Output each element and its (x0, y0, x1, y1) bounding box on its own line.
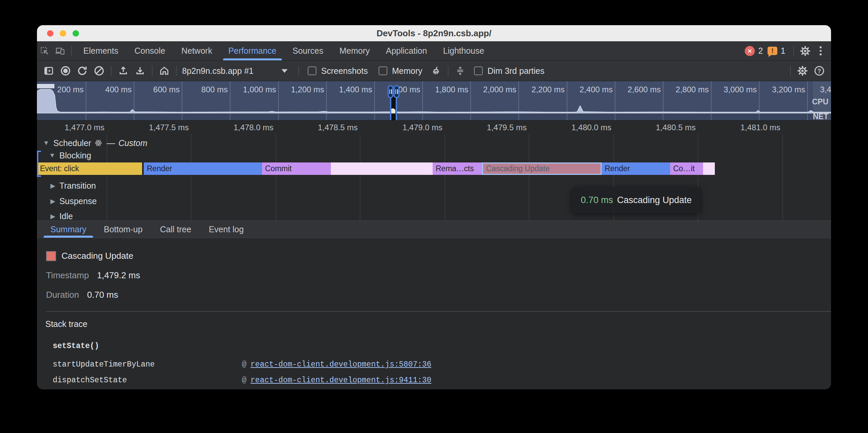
performance-toolbar: 8p2n9n.csb.app #1 Screenshots Memory (37, 61, 831, 81)
tab-network[interactable]: Network (173, 41, 220, 60)
close-window-button[interactable] (47, 30, 54, 37)
event-bar-commit[interactable]: Commit (262, 162, 331, 175)
selection-right-handle[interactable] (394, 85, 399, 98)
reload-record-icon[interactable] (74, 63, 91, 78)
summary-row-value: 0.70 ms (87, 290, 118, 300)
target-selector[interactable]: 8p2n9n.csb.app #1 (182, 66, 293, 76)
ruler-tick-label: 1,480.5 ms (622, 121, 696, 134)
toolbar-separator-2 (152, 66, 153, 76)
track-blocking[interactable]: ▼ Blocking (49, 150, 91, 161)
track-scheduler-header[interactable]: ▼ Scheduler — Custom (43, 137, 148, 149)
tab-elements[interactable]: Elements (75, 41, 126, 60)
scheduler-track-label: Scheduler (54, 138, 91, 148)
chevron-down-icon (281, 69, 287, 76)
clear-icon[interactable] (91, 63, 107, 78)
tab-console[interactable]: Console (126, 41, 173, 60)
zoom-window-button[interactable] (72, 30, 79, 37)
devtools-window: DevTools - 8p2n9n.csb.app/ ElementsConso… (37, 25, 831, 389)
transition-track-label: Transition (59, 181, 96, 191)
home-icon[interactable] (156, 63, 173, 78)
ruler-tick-label: 1,480.0 ms (537, 121, 611, 134)
scheduler-custom-label: Custom (118, 138, 147, 148)
toolbar-separator-4 (298, 66, 299, 76)
react-icon (94, 139, 102, 147)
stack-frame-source-link[interactable]: react-dom-client.development.js:9411:30 (251, 376, 431, 385)
settings-gear-icon[interactable] (798, 44, 813, 58)
track-idle[interactable]: ▶Idle (51, 210, 73, 221)
event-bar-rema-cts[interactable]: Rema…cts (433, 162, 482, 175)
net-lane-label: NET (813, 112, 828, 121)
stack-trace-header: setState() (53, 342, 831, 351)
tab-performance[interactable]: Performance (220, 41, 284, 60)
detail-tab-event-log[interactable]: Event log (200, 221, 252, 238)
event-bar-event-click[interactable]: Event: click (37, 162, 142, 175)
tab-sources[interactable]: Sources (284, 41, 332, 60)
track-gridline (275, 134, 276, 221)
event-bar-cascading-update[interactable]: Cascading Update (482, 162, 601, 175)
screen-background: DevTools - 8p2n9n.csb.app/ ElementsConso… (0, 0, 868, 433)
detail-tab-call-tree[interactable]: Call tree (151, 221, 200, 238)
checkbox-box (308, 66, 316, 75)
track-suspense[interactable]: ▶Suspense (51, 195, 97, 207)
issue-badge[interactable]: ! 1 (768, 46, 785, 56)
inspect-element-icon[interactable] (37, 44, 53, 58)
memory-checkbox[interactable]: Memory (379, 66, 422, 76)
event-bar-blank[interactable] (703, 162, 715, 175)
checkbox-box (379, 66, 387, 75)
stack-frame-function: startUpdateTimerByLane (53, 360, 242, 369)
device-toolbar-icon[interactable] (53, 44, 68, 58)
event-color-swatch (46, 251, 56, 261)
stack-frame-at: @ (242, 360, 247, 369)
collapse-sections-icon[interactable] (452, 63, 469, 78)
selected-track-bracket (37, 151, 41, 177)
event-bar-blank[interactable] (331, 162, 433, 175)
event-bar-render[interactable]: Render (144, 162, 262, 175)
flamechart-tracks: ▼ Scheduler — Custom ▼ Blocking E (37, 134, 831, 221)
tooltip-duration: 0.70 ms (581, 195, 613, 205)
dim-3rd-parties-checkbox[interactable]: Dim 3rd parties (474, 66, 545, 76)
stack-frame-source-link[interactable]: react-dom-client.development.js:5807:36 (251, 360, 431, 369)
stack-frame: dispatchSetState@react-dom-client.develo… (53, 376, 831, 385)
toolbar-separator-5 (448, 66, 448, 76)
selection-right-edge[interactable] (396, 97, 397, 120)
record-icon[interactable] (57, 63, 74, 78)
tabbar-separator-2 (794, 46, 794, 56)
timeline-overview[interactable]: 200 ms400 ms600 ms800 ms1,000 ms1,200 ms… (37, 81, 831, 121)
more-options-kebab-icon[interactable] (813, 44, 828, 58)
ruler-tick-label: 1,481.0 ms (706, 121, 780, 134)
toolbar-separator-3 (176, 66, 177, 76)
tab-lighthouse[interactable]: Lighthouse (435, 41, 492, 60)
screenshots-checkbox[interactable]: Screenshots (308, 66, 368, 76)
checkbox-box (474, 66, 483, 75)
toolbar-separator-6 (790, 66, 791, 76)
summary-row-label: Timestamp (46, 270, 89, 280)
event-bar-co-it[interactable]: Co…it (670, 162, 703, 175)
event-tooltip: 0.70 ms Cascading Update (572, 187, 701, 213)
event-bar-render[interactable]: Render (601, 162, 670, 175)
tab-application[interactable]: Application (378, 41, 435, 60)
issue-icon: ! (768, 47, 777, 55)
track-transition[interactable]: ▶Transition (51, 180, 96, 191)
chevron-collapsed-icon: ▶ (51, 197, 55, 205)
target-selector-value: 8p2n9n.csb.app #1 (182, 66, 281, 76)
minimize-window-button[interactable] (60, 30, 66, 37)
upload-profile-icon[interactable] (115, 63, 132, 78)
download-profile-icon[interactable] (132, 63, 149, 78)
suspense-track-label: Suspense (59, 196, 97, 206)
selection-left-edge[interactable] (390, 97, 391, 120)
performance-settings-gear-icon[interactable] (794, 63, 811, 78)
chevron-collapsed-icon: ▶ (51, 182, 55, 190)
cpu-lane-label: CPU (812, 97, 828, 106)
blocking-track-label: Blocking (59, 151, 91, 161)
selection-left-handle[interactable] (388, 85, 393, 98)
collect-garbage-icon[interactable] (428, 63, 444, 78)
tab-memory[interactable]: Memory (331, 41, 378, 60)
flamechart-ruler: 1,477.0 ms1,477.5 ms1,478.0 ms1,478.5 ms… (37, 121, 831, 134)
dim-3rd-parties-label: Dim 3rd parties (488, 66, 545, 76)
detail-tab-summary[interactable]: Summary (42, 221, 95, 238)
help-icon[interactable]: ? (811, 63, 828, 78)
toggle-sidebar-icon[interactable] (40, 63, 57, 78)
error-badge[interactable]: 2 (745, 46, 763, 56)
panel-tabs: ElementsConsoleNetworkPerformanceSources… (75, 41, 492, 60)
detail-tab-bottom-up[interactable]: Bottom-up (95, 221, 151, 238)
